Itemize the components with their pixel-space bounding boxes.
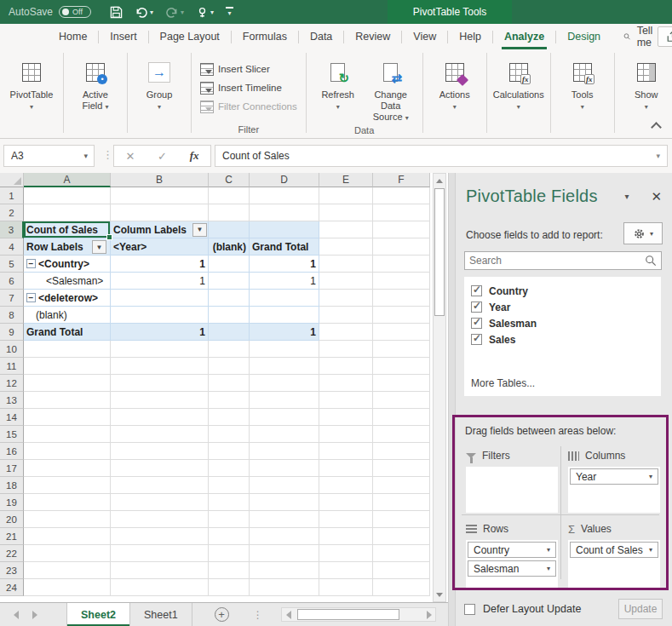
row-header-13[interactable]: 13 [0,392,24,409]
cell-B12[interactable] [111,375,209,392]
cell-F2[interactable] [373,204,430,221]
cell-B8[interactable] [111,307,209,324]
redo-button[interactable]: ▾ [165,6,184,19]
search-input[interactable] [465,255,645,267]
cell-B17[interactable] [111,460,209,477]
row-header-23[interactable]: 23 [0,562,24,579]
cell-B7[interactable] [111,290,209,307]
col-header-D[interactable]: D [250,173,319,187]
row-header-7[interactable]: 7 [0,290,24,307]
cell-D13[interactable] [250,392,319,409]
cell-B14[interactable] [111,409,209,426]
row-header-9[interactable]: 9 [0,324,24,341]
filter-dropdown-icon[interactable]: ▼ [192,223,207,237]
tab-design[interactable]: Design [556,24,612,49]
cell-A1[interactable] [24,187,111,204]
ribbon-button-pivottable[interactable]: PivotTable▾ [5,55,58,112]
horizontal-scroll-thumb[interactable] [297,609,399,620]
cell-D9[interactable]: 1 [250,324,319,341]
cell-B23[interactable] [111,562,209,579]
cell-D24[interactable] [250,579,319,596]
undo-caret[interactable]: ▾ [150,9,153,16]
cell-F19[interactable] [373,494,430,511]
name-box-caret[interactable]: ▾ [83,152,88,160]
cell-C20[interactable] [209,511,250,528]
cell-C15[interactable] [209,426,250,443]
cell-C18[interactable] [209,477,250,494]
cell-D18[interactable] [250,477,319,494]
cell-B10[interactable] [111,341,209,358]
cell-D16[interactable] [250,443,319,460]
cell-A19[interactable] [24,494,111,511]
cell-E14[interactable] [319,409,373,426]
share-button[interactable] [658,26,672,47]
tell-me[interactable]: Tell me [623,25,658,49]
cell-F5[interactable] [373,256,430,273]
ribbon-button-change-data-source[interactable]: ⇄Change DataSource ▾ [365,55,417,123]
cell-F23[interactable] [373,562,430,579]
col-header-A[interactable]: A [24,173,111,187]
cell-C7[interactable] [209,290,250,307]
cell-B15[interactable] [111,426,209,443]
cell-A12[interactable] [24,375,111,392]
cell-C24[interactable] [209,579,250,596]
cell-C4[interactable]: (blank) [209,238,250,256]
cell-D22[interactable] [250,545,319,562]
ribbon-button-active-field[interactable]: •ActiveField ▾ [69,55,122,112]
pane-options-icon[interactable]: ▾ [624,192,629,201]
col-header-F[interactable]: F [373,173,430,187]
cell-F20[interactable] [373,511,430,528]
cell-B20[interactable] [111,511,209,528]
cell-C5[interactable] [209,256,250,273]
row-header-11[interactable]: 11 [0,358,24,375]
row-header-19[interactable]: 19 [0,494,24,511]
cell-E13[interactable] [319,392,373,409]
ribbon-button-actions[interactable]: Actions▾ [428,55,481,112]
field-pill-count-of-sales[interactable]: Count of Sales▾ [570,542,658,558]
cell-B21[interactable] [111,528,209,545]
defer-layout-checkbox[interactable] [464,604,475,615]
cell-F12[interactable] [373,375,430,392]
row-header-16[interactable]: 16 [0,443,24,460]
cell-E17[interactable] [319,460,373,477]
cell-E18[interactable] [319,477,373,494]
update-button[interactable]: Update [618,599,663,619]
field-checkbox-sales[interactable] [471,334,482,345]
chevron-down-icon[interactable]: ▾ [547,546,550,554]
cell-B19[interactable] [111,494,209,511]
chevron-down-icon[interactable]: ▾ [649,473,652,480]
row-header-4[interactable]: 4 [0,238,24,256]
tab-review[interactable]: Review [344,24,401,49]
cell-A6[interactable]: <Salesman> [24,273,111,290]
ribbon-button-refresh[interactable]: ↻Refresh▾ [312,55,365,112]
cell-F1[interactable] [373,187,430,204]
cell-B22[interactable] [111,545,209,562]
cell-A10[interactable] [24,341,111,358]
row-header-21[interactable]: 21 [0,528,24,545]
row-header-14[interactable]: 14 [0,409,24,426]
cell-C14[interactable] [209,409,250,426]
tab-help[interactable]: Help [448,24,492,49]
formula-bar-expand-icon[interactable]: ▾ [656,152,660,160]
cell-E4[interactable] [319,238,373,256]
cell-F22[interactable] [373,545,430,562]
enter-icon[interactable]: ✓ [158,150,167,163]
cell-F7[interactable] [373,290,430,307]
cell-F16[interactable] [373,443,430,460]
cell-F15[interactable] [373,426,430,443]
cell-C11[interactable] [209,358,250,375]
cell-D10[interactable] [250,341,319,358]
formula-input[interactable]: Count of Sales ▾ [215,145,668,167]
customize-qat-icon[interactable]: ▾ [226,7,233,17]
cell-E20[interactable] [319,511,373,528]
cell-E21[interactable] [319,528,373,545]
cell-A13[interactable] [24,392,111,409]
col-header-C[interactable]: C [209,173,250,187]
save-icon[interactable] [110,6,123,19]
cell-B16[interactable] [111,443,209,460]
cell-D8[interactable] [250,307,319,324]
cell-D7[interactable] [250,290,319,307]
cell-A22[interactable] [24,545,111,562]
chevron-down-icon[interactable]: ▾ [547,565,550,572]
cell-B5[interactable]: 1 [111,256,209,273]
